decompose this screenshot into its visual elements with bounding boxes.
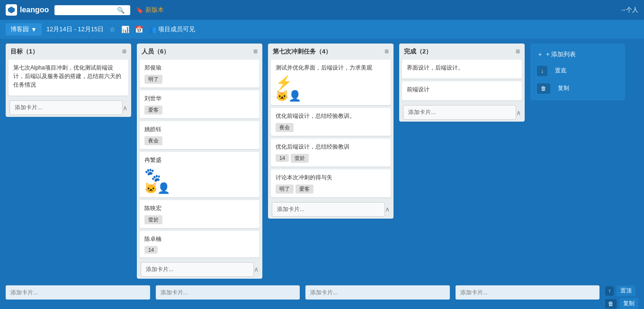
card-tags: 壹於 <box>144 215 255 224</box>
tag: 明了 <box>276 185 294 194</box>
search-box[interactable]: 🔍 <box>54 5 130 15</box>
card-card-2-1[interactable]: 郑俊瑜 明了 <box>140 60 259 88</box>
tag: 爱客 <box>295 185 313 194</box>
tag: 壹於 <box>291 154 309 163</box>
card-card-2-3[interactable]: 姚皓钰 夜会 <box>140 121 259 149</box>
card-card-4-2[interactable]: 前端设计 <box>402 81 522 100</box>
add-card-btn-3[interactable]: 添加卡片... <box>403 105 516 120</box>
add-list-btn[interactable]: ＋ + 添加列表 <box>534 48 621 61</box>
collapse-btn-1[interactable]: ∧ <box>254 265 259 273</box>
board: 目标（1） ≡第七次Alpha项目冲刺，优化测试前端设计，后端以及服务器的搭建，… <box>0 39 644 309</box>
to-bottom-btn[interactable]: 置底 <box>551 65 570 76</box>
card-text: 优化后端设计，总结经验教训 <box>276 142 386 151</box>
toolbar: 博客园 ▼ 12月14日 - 12月15日 ☆ 📊 📅 👥 项目成员可见 <box>0 20 644 39</box>
card-tags: 14 <box>144 246 255 254</box>
card-tags: 🐱‍👤 <box>144 183 255 194</box>
column-body-2: 测试并优化界面，后端设计，力求美观 ⚡ 🐱‍👤优化前端设计，总结经验教训。 夜会… <box>268 60 394 219</box>
card-text: 陈卓楠 <box>144 235 255 243</box>
pikachu-avatar: 🐾 <box>144 167 255 183</box>
star-icon[interactable]: ☆ <box>108 25 116 34</box>
project-button[interactable]: 博客园 ▼ <box>6 23 42 35</box>
calendar-icon[interactable]: 📅 <box>134 25 144 34</box>
bottom-actions-row1: ↑ 置顶 <box>605 285 638 296</box>
card-text: 陈映宏 <box>144 204 255 212</box>
card-tags: 14壹於 <box>276 154 386 163</box>
tag: 夜会 <box>144 136 162 145</box>
plus-icon: ＋ <box>537 50 543 59</box>
to-top-btn[interactable]: 置顶 <box>617 285 635 296</box>
arrow-up-btn[interactable]: ↑ <box>605 286 614 296</box>
pikachu-icon: 🐱‍👤 <box>276 91 301 101</box>
copy-btn-top[interactable]: 复制 <box>554 83 573 94</box>
side-panel-actions-mid: 🗑 复制 <box>534 81 621 96</box>
card-tags: 🐱‍👤 <box>276 91 386 101</box>
column-col-3: 第七次冲刺任务（4） ≡测试并优化界面，后端设计，力求美观 ⚡ 🐱‍👤优化前端设… <box>268 44 394 219</box>
pikachu-icon: 🐱‍👤 <box>144 183 170 194</box>
card-card-3-3[interactable]: 优化后端设计，总结经验教训 14壹於 <box>271 139 391 167</box>
bottom-add-input-3[interactable] <box>456 285 600 300</box>
pikachu-avatar: ⚡ <box>276 75 386 91</box>
arrow-down-btn[interactable]: ↓ <box>537 66 547 76</box>
card-card-3-1[interactable]: 测试并优化界面，后端设计，力求美观 ⚡ 🐱‍👤 <box>271 60 391 105</box>
card-text: 界面设计，后端设计。 <box>407 63 517 72</box>
card-card-2-5[interactable]: 陈映宏 壹於 <box>140 200 259 228</box>
bookmark-icon: 🔖 <box>136 7 143 14</box>
svg-marker-0 <box>8 7 15 13</box>
bottom-add-input-2[interactable] <box>305 285 450 300</box>
tag: 明了 <box>144 75 162 84</box>
add-card-btn-0[interactable]: 添加卡片... <box>9 100 123 115</box>
new-version-badge[interactable]: 🔖 新版本 <box>136 6 164 14</box>
card-card-4-1[interactable]: 界面设计，后端设计。 <box>402 60 522 79</box>
column-body-3: 界面设计，后端设计。 前端设计 添加卡片... ∧ <box>399 60 525 122</box>
search-icon: 🔍 <box>117 7 125 14</box>
card-text: 第七次Alpha项目冲刺，优化测试前端设计，后端以及服务器的搭建，总结前六天的任… <box>13 63 124 89</box>
column-title-3: 完成（2） <box>404 47 432 56</box>
column-menu-2[interactable]: ≡ <box>385 47 389 56</box>
logo-text: leangoo <box>20 6 49 14</box>
user-menu-label: →个人 <box>620 6 638 13</box>
add-card-btn-2[interactable]: 添加卡片... <box>272 202 385 217</box>
tag-num: 14 <box>144 246 158 254</box>
date-range: 12月14日 - 12月15日 <box>46 25 104 34</box>
column-title-0: 目标（1） <box>10 47 38 56</box>
search-input[interactable] <box>58 7 115 13</box>
tag: 夜会 <box>276 123 294 132</box>
card-card-3-4[interactable]: 讨论本次冲刺的得与失 明了爱客 <box>271 169 391 197</box>
card-tags: 明了爱客 <box>276 185 386 194</box>
chart-icon[interactable]: 📊 <box>120 25 130 34</box>
collapse-btn-2[interactable]: ∧ <box>385 205 390 213</box>
column-title-2: 第七次冲刺任务（4） <box>273 47 331 56</box>
bottom-add-input-0[interactable] <box>6 285 150 300</box>
column-header-0: 目标（1） ≡ <box>6 44 131 60</box>
members-icon: 👥 <box>149 26 156 33</box>
card-text: 冉繁盛 <box>144 156 255 164</box>
bottom-add-input-1[interactable] <box>156 285 300 300</box>
card-tags: 夜会 <box>276 123 386 132</box>
card-text: 前端设计 <box>407 85 517 94</box>
card-text: 姚皓钰 <box>144 125 255 133</box>
column-menu-0[interactable]: ≡ <box>122 47 126 56</box>
bottom-side-actions: ↑ 置顶 🗑 复制 <box>605 285 638 309</box>
card-text: 测试并优化界面，后端设计，力求美观 <box>276 63 386 72</box>
delete-btn-top[interactable]: 🗑 <box>537 83 550 94</box>
column-body-0: 第七次Alpha项目冲刺，优化测试前端设计，后端以及服务器的搭建，总结前六天的任… <box>6 60 131 117</box>
user-menu[interactable]: →个人 <box>620 6 638 14</box>
card-text: 优化前端设计，总结经验教训。 <box>276 112 386 120</box>
delete-btn-bottom[interactable]: 🗑 <box>605 299 617 309</box>
card-text: 讨论本次冲刺的得与失 <box>276 173 386 182</box>
collapse-btn-0[interactable]: ∧ <box>123 104 127 112</box>
column-col-4: 完成（2） ≡界面设计，后端设计。 前端设计 添加卡片... ∧ <box>399 44 525 122</box>
column-col-2: 人员（6） ≡郑俊瑜 明了刘世华 爱客姚皓钰 夜会冉繁盛 🐾 🐱‍👤陈映宏 壹於… <box>137 44 262 279</box>
column-menu-1[interactable]: ≡ <box>253 47 258 56</box>
column-menu-3[interactable]: ≡ <box>516 47 520 56</box>
card-card-2-2[interactable]: 刘世华 爱客 <box>140 90 259 118</box>
card-tags: 明了 <box>144 75 255 84</box>
add-card-btn-1[interactable]: 添加卡片... <box>141 262 254 277</box>
tag-num: 14 <box>276 154 289 162</box>
collapse-btn-3[interactable]: ∧ <box>516 109 521 116</box>
card-card-1-1[interactable]: 第七次Alpha项目冲刺，优化测试前端设计，后端以及服务器的搭建，总结前六天的任… <box>9 60 128 96</box>
card-card-3-2[interactable]: 优化前端设计，总结经验教训。 夜会 <box>271 108 391 136</box>
card-card-2-4[interactable]: 冉繁盛 🐾 🐱‍👤 <box>140 152 259 197</box>
copy-btn-bottom[interactable]: 复制 <box>619 298 638 309</box>
card-card-2-6[interactable]: 陈卓楠 14 <box>140 231 259 257</box>
